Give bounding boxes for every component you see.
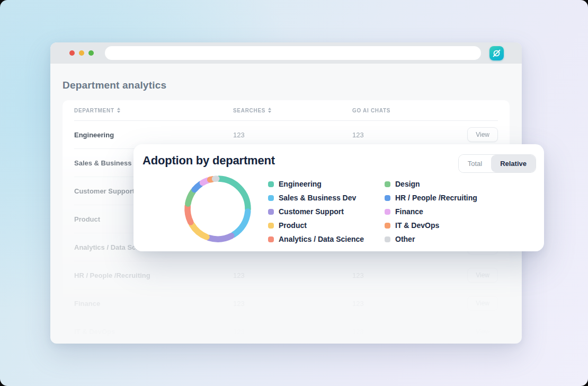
minimize-window-icon[interactable] xyxy=(79,50,84,56)
view-button[interactable]: View xyxy=(467,296,498,311)
maximize-window-icon[interactable] xyxy=(88,50,94,56)
donut-segment-design xyxy=(188,191,193,204)
legend-item: HR / People /Recruiting xyxy=(385,191,477,205)
toggle-option-relative[interactable]: Relative xyxy=(491,155,536,172)
view-button[interactable]: View xyxy=(467,268,498,283)
sort-icon[interactable] xyxy=(268,108,271,113)
legend-item: Other xyxy=(385,232,477,246)
column-header-department[interactable]: DEPARTMENT xyxy=(74,108,233,113)
total-relative-toggle: TotalRelative xyxy=(458,154,536,173)
donut-segment-analytics-data-science xyxy=(188,206,191,222)
legend-label: IT & DevOps xyxy=(395,221,439,230)
legend-color-swatch xyxy=(268,181,274,187)
legend-label: Finance xyxy=(395,207,423,216)
sort-icon[interactable] xyxy=(117,108,120,113)
legend-item: Customer Support xyxy=(268,205,364,218)
legend-color-swatch xyxy=(268,195,274,201)
adoption-by-department-card: Adoption by department TotalRelative Eng… xyxy=(133,144,544,251)
go-ai-chats-cell: 123 xyxy=(352,271,456,279)
chart-legend-column-2: DesignHR / People /RecruitingFinanceIT &… xyxy=(385,177,477,246)
searches-cell: 123 xyxy=(233,271,352,279)
legend-color-swatch xyxy=(385,195,390,201)
browser-topbar xyxy=(50,42,522,64)
column-header-go-ai-chats: GO AI CHATS xyxy=(352,108,456,113)
donut-segment-engineering xyxy=(219,179,248,209)
legend-item: Design xyxy=(385,177,477,191)
go-ai-chats-cell: 123 xyxy=(352,131,456,139)
view-button[interactable]: View xyxy=(467,127,498,142)
toggle-option-total[interactable]: Total xyxy=(459,155,491,172)
legend-color-swatch xyxy=(385,209,390,215)
go-ai-chats-cell: 123 xyxy=(352,328,456,336)
legend-color-swatch xyxy=(385,181,390,187)
legend-label: Product xyxy=(279,221,307,230)
glean-logo-icon xyxy=(492,48,502,58)
view-button[interactable]: View xyxy=(467,324,498,339)
legend-color-swatch xyxy=(385,223,390,229)
legend-item: Product xyxy=(268,218,364,232)
legend-label: Other xyxy=(395,235,415,243)
table-row: Finance123123View xyxy=(74,290,498,318)
legend-color-swatch xyxy=(268,223,274,229)
department-cell: Finance xyxy=(74,300,233,308)
donut-segment-customer-support xyxy=(209,236,231,239)
screenshot-canvas: Department analytics DEPARTMENTSEARCHESG… xyxy=(0,0,588,386)
department-cell: HR / People /Recruiting xyxy=(74,271,233,279)
table-row: HR / People /Recruiting123123View xyxy=(74,261,498,290)
legend-item: IT & DevOps xyxy=(385,218,477,232)
column-label: DEPARTMENT xyxy=(74,108,114,113)
legend-item: Sales & Business Dev xyxy=(268,191,364,205)
legend-color-swatch xyxy=(385,236,390,242)
column-header-searches[interactable]: SEARCHES xyxy=(233,108,352,113)
donut-segment-hr-people-recruiting xyxy=(194,184,201,190)
glean-extension-button[interactable] xyxy=(489,46,504,60)
donut-segment-finance xyxy=(202,180,208,183)
donut-segment-product xyxy=(192,224,207,237)
go-ai-chats-cell: 123 xyxy=(352,300,456,308)
legend-item: Engineering xyxy=(268,177,364,191)
table-header-row: DEPARTMENTSEARCHESGO AI CHATS xyxy=(74,100,498,121)
modal-title: Adoption by department xyxy=(142,154,275,168)
legend-label: Design xyxy=(395,180,420,188)
searches-cell: 123 xyxy=(233,328,352,336)
legend-item: Analytics / Data Science xyxy=(268,232,364,246)
legend-label: Sales & Business Dev xyxy=(279,194,356,202)
page-title: Department analytics xyxy=(63,80,510,91)
legend-label: Engineering xyxy=(279,180,322,188)
legend-label: Analytics / Data Science xyxy=(279,235,364,243)
column-label: GO AI CHATS xyxy=(352,108,390,113)
donut-chart-svg xyxy=(182,173,254,245)
adoption-donut-chart xyxy=(182,173,254,245)
table-row: IT & DevOps123123View xyxy=(74,318,498,342)
searches-cell: 123 xyxy=(233,300,352,308)
legend-label: Customer Support xyxy=(279,207,344,216)
legend-color-swatch xyxy=(268,209,274,215)
legend-item: Finance xyxy=(385,205,477,218)
legend-label: HR / People /Recruiting xyxy=(395,194,477,202)
donut-segment-sales-business-dev xyxy=(234,212,248,235)
searches-cell: 123 xyxy=(233,131,352,139)
department-cell: IT & DevOps xyxy=(74,328,233,336)
url-bar[interactable] xyxy=(105,46,481,60)
column-label: SEARCHES xyxy=(233,108,265,113)
close-window-icon[interactable] xyxy=(69,50,75,56)
chart-legend-column-1: EngineeringSales & Business DevCustomer … xyxy=(268,177,364,246)
department-cell: Engineering xyxy=(74,131,233,139)
legend-color-swatch xyxy=(268,236,274,242)
